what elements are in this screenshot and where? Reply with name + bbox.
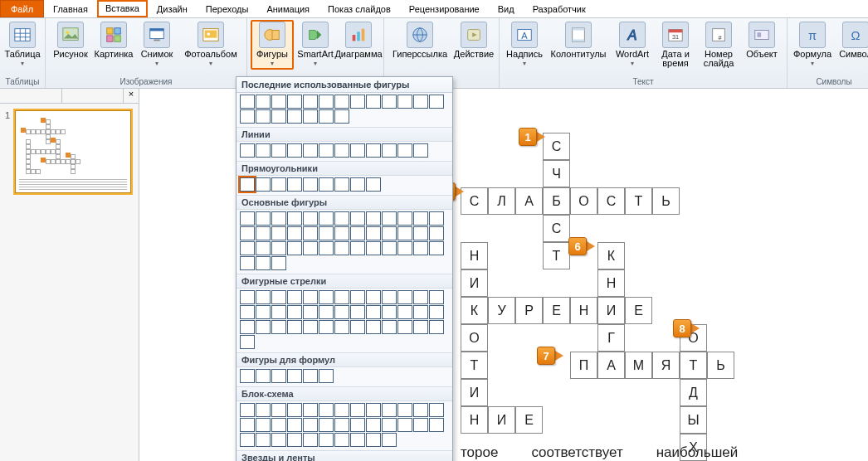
shape-item[interactable] [271,418,286,432]
action-button[interactable]: Действие [452,20,495,59]
shape-item[interactable] [287,241,302,255]
screenshot-button[interactable]: Снимок▾ [135,20,178,68]
crossword-cell[interactable]: И [461,379,488,406]
shape-item[interactable] [397,305,412,319]
clipart-button[interactable]: Картинка [92,20,135,59]
shape-item[interactable] [271,226,286,240]
shape-item[interactable] [429,305,444,319]
shape-item[interactable] [303,95,318,109]
crossword-cell[interactable]: Н [570,297,597,324]
shape-item[interactable] [413,290,428,304]
slidenum-button[interactable]: #Номер слайда [697,20,740,68]
shape-item[interactable] [287,211,302,226]
shape-item[interactable] [240,290,255,304]
crossword-cell[interactable]: Ч [543,160,570,187]
shape-item[interactable] [413,211,428,226]
shape-item[interactable] [429,290,444,304]
shape-item[interactable] [240,109,255,124]
shape-item[interactable] [271,369,286,383]
shape-item[interactable] [350,95,365,109]
crossword-cell[interactable]: О [461,324,488,352]
tab-рецензирование[interactable]: Рецензирование [400,0,489,17]
tab-дизайн[interactable]: Дизайн [148,0,197,17]
crossword-cell[interactable]: Д [680,379,707,406]
shape-item[interactable] [240,177,255,192]
crossword-cell[interactable]: Г [597,324,625,352]
crossword-cell[interactable]: Ы [680,406,707,434]
shape-item[interactable] [240,369,255,383]
shape-item[interactable] [287,369,302,383]
shape-item[interactable] [366,290,381,304]
shape-item[interactable] [413,403,428,417]
tab-вставка[interactable]: Вставка [97,0,148,17]
wordart-button[interactable]: AWordArt▾ [611,20,654,68]
table-button[interactable]: Таблица▾ [3,20,41,68]
shape-item[interactable] [334,433,349,447]
shape-item[interactable] [319,95,334,109]
shape-item[interactable] [303,403,318,417]
shape-item[interactable] [240,241,255,255]
shape-item[interactable] [350,320,365,334]
crossword-cell[interactable]: Н [597,269,625,297]
crossword-cell[interactable]: Т [543,242,570,269]
crossword-cell[interactable]: Т [680,352,707,379]
shape-item[interactable] [397,418,412,432]
shape-item[interactable] [397,95,412,109]
shape-item[interactable] [366,95,381,109]
shape-item[interactable] [413,95,428,109]
shape-item[interactable] [397,241,412,255]
crossword-cell[interactable]: Ь [707,352,734,379]
crossword-cell[interactable]: М [625,352,652,379]
crossword-cell[interactable]: С [543,133,570,160]
shape-item[interactable] [256,109,271,124]
datetime-button[interactable]: 31Дата и время [654,20,697,68]
shape-item[interactable] [256,305,271,319]
shape-item[interactable] [319,211,334,226]
shape-item[interactable] [303,109,318,124]
shape-item[interactable] [413,418,428,432]
shape-item[interactable] [271,109,286,124]
tab-анимация[interactable]: Анимация [257,0,319,17]
shape-item[interactable] [240,211,255,226]
shape-item[interactable] [256,177,271,192]
shape-item[interactable] [350,177,365,192]
shape-item[interactable] [271,211,286,226]
shape-item[interactable] [287,320,302,334]
shape-item[interactable] [319,433,334,447]
shape-item[interactable] [350,241,365,255]
crossword-cell[interactable]: А [515,187,543,215]
shape-item[interactable] [350,290,365,304]
shape-item[interactable] [382,290,397,304]
tab-переходы[interactable]: Переходы [197,0,258,17]
shape-item[interactable] [366,305,381,319]
shape-item[interactable] [287,433,302,447]
shape-item[interactable] [303,305,318,319]
crossword-cell[interactable]: Е [543,297,570,324]
tab-вид[interactable]: Вид [489,0,524,17]
crossword-cell[interactable]: Е [625,297,652,324]
shape-item[interactable] [319,290,334,304]
shape-item[interactable] [382,211,397,226]
shape-item[interactable] [240,403,255,417]
shape-item[interactable] [382,143,397,158]
shape-item[interactable] [319,369,334,383]
shape-item[interactable] [429,320,444,334]
shape-item[interactable] [256,143,271,158]
shape-item[interactable] [271,256,286,270]
shape-item[interactable] [413,320,428,334]
shape-item[interactable] [429,95,444,109]
shape-item[interactable] [334,109,349,124]
shape-item[interactable] [256,320,271,334]
shape-item[interactable] [413,241,428,255]
shape-item[interactable] [319,226,334,240]
textbox-button[interactable]: AНадпись▾ [503,20,546,68]
slide-thumbnail[interactable] [15,110,131,193]
shape-item[interactable] [413,305,428,319]
shape-item[interactable] [256,433,271,447]
object-button[interactable]: Объект [740,20,783,59]
shape-item[interactable] [350,143,365,158]
crossword-cell[interactable]: У [488,297,515,324]
shape-item[interactable] [271,143,286,158]
shape-item[interactable] [429,211,444,226]
shape-item[interactable] [271,95,286,109]
